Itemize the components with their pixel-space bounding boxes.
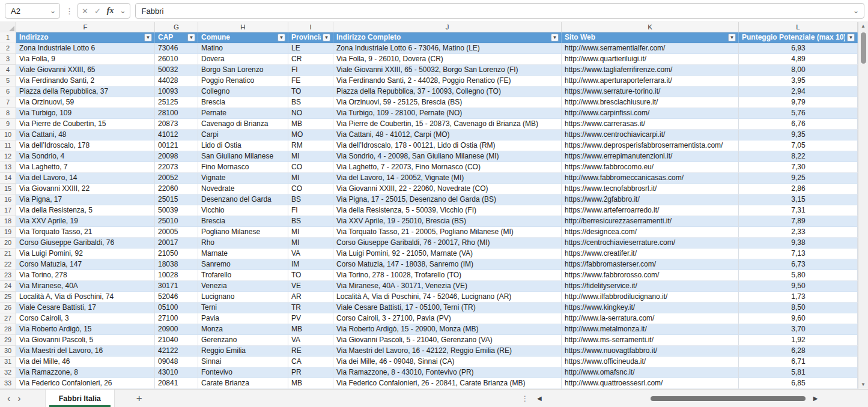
row-number[interactable]: 22 [0, 259, 16, 270]
cell[interactable]: Via Maestri del Lavoro, 16 - 42122, Regg… [333, 346, 562, 357]
cell[interactable]: 6,73 [739, 259, 858, 270]
cell[interactable]: Via Roberto Ardigò, 15 - 20900, Monza (M… [333, 324, 562, 335]
cell[interactable]: Matino [198, 43, 288, 54]
select-all-corner[interactable] [0, 22, 16, 32]
cell[interactable]: Rho [198, 238, 288, 249]
cell[interactable]: 50032 [155, 65, 198, 76]
cell[interactable]: Via Torino, 278 [16, 270, 155, 281]
cell[interactable]: Via dell’Idroscalo, 178 [16, 140, 155, 151]
row-number[interactable]: 17 [0, 205, 16, 216]
cell[interactable]: Via Orzinuovi, 59 - 25125, Brescia (BS) [333, 97, 562, 108]
row-number[interactable]: 30 [0, 346, 16, 357]
cell[interactable]: 50039 [155, 205, 198, 216]
add-sheet-button[interactable]: + [132, 393, 147, 405]
cell[interactable]: Via Pigna, 17 - 25015, Desenzano del Gar… [333, 194, 562, 205]
row-number[interactable]: 8 [0, 108, 16, 119]
cell[interactable]: Monza [198, 324, 288, 335]
vertical-scrollbar-thumb[interactable] [861, 32, 866, 64]
cell[interactable]: 8,50 [739, 303, 858, 313]
cell[interactable]: 3,95 [739, 76, 858, 86]
row-number[interactable]: 2 [0, 43, 16, 54]
cell[interactable]: 9,79 [739, 97, 858, 108]
cell[interactable]: 20098 [155, 151, 198, 162]
cell[interactable]: Via del Lavoro, 14 [16, 173, 155, 184]
row-number[interactable]: 7 [0, 97, 16, 108]
cell[interactable]: Via Cattani, 48 - 41012, Carpi (MO) [333, 130, 562, 140]
header-cell[interactable]: Provincia▼ [288, 32, 333, 43]
row-number[interactable]: 21 [0, 249, 16, 259]
cell[interactable]: 7,13 [739, 249, 858, 259]
cell[interactable]: https://www.arteferroarredo.it/ [562, 205, 739, 216]
row-number[interactable]: 13 [0, 162, 16, 173]
cell[interactable]: Località A, Via di Poschini, 74 - 52046,… [333, 292, 562, 303]
row-number[interactable]: 16 [0, 194, 16, 205]
cell[interactable]: 2,86 [739, 184, 858, 194]
cell[interactable]: https://www.kingkey.it/ [562, 303, 739, 313]
cell[interactable]: 7,05 [739, 140, 858, 151]
cell[interactable]: http://www.aperturaporteferrara.it/ [562, 76, 739, 86]
cell[interactable]: 44028 [155, 76, 198, 86]
cell[interactable]: 5,80 [739, 270, 858, 281]
cell[interactable]: 10028 [155, 270, 198, 281]
cell[interactable]: Via Orzinuovi, 59 [16, 97, 155, 108]
cell[interactable]: 20052 [155, 173, 198, 184]
cell[interactable]: 7,30 [739, 162, 858, 173]
cell[interactable]: 52046 [155, 292, 198, 303]
cell[interactable]: https://www.officineuda.it/ [562, 357, 739, 367]
cell[interactable]: Via XXV Aprile, 19 - 25010, Brescia (BS) [333, 216, 562, 227]
chevron-down-icon[interactable]: ⌄ [120, 8, 126, 14]
cell[interactable]: Fontevivo [198, 367, 288, 378]
cell[interactable]: Corso Matuzia, 147 [16, 259, 155, 270]
cell[interactable]: https://www.fabbrorosso.com/ [562, 270, 739, 281]
filter-dropdown-icon[interactable]: ▼ [728, 34, 736, 41]
row-number[interactable]: 33 [0, 378, 16, 389]
cell[interactable]: https://www.carrerasas.it/ [562, 119, 739, 130]
cell[interactable]: Via Giovanni XXIII, 22 [16, 184, 155, 194]
cell[interactable]: 8,00 [739, 65, 858, 76]
cell[interactable]: FI [288, 205, 333, 216]
horizontal-scrollbar[interactable] [545, 394, 810, 403]
cell[interactable]: BS [288, 216, 333, 227]
cell[interactable]: 20005 [155, 227, 198, 238]
hscroll-right-icon[interactable]: ▶ [810, 395, 822, 402]
cell[interactable]: https://fidelityservice.it/ [562, 281, 739, 292]
cell[interactable]: 9,35 [739, 130, 858, 140]
cell[interactable]: 22060 [155, 184, 198, 194]
cell[interactable]: http://berresicurezzaserramenti.it/ [562, 216, 739, 227]
cell[interactable]: Lido di Ostia [198, 140, 288, 151]
sheet-nav-prev-icon[interactable]: ‹ [0, 394, 17, 403]
sheet-nav-next-icon[interactable]: › [17, 394, 28, 403]
cell[interactable]: 20873 [155, 119, 198, 130]
cell[interactable]: Collegno [198, 86, 288, 97]
cell[interactable]: Lucignano [198, 292, 288, 303]
cell[interactable]: 5,76 [739, 108, 858, 119]
cell[interactable]: 43010 [155, 367, 198, 378]
cell[interactable]: 6,93 [739, 43, 858, 54]
cell[interactable]: BS [288, 194, 333, 205]
filter-dropdown-icon[interactable]: ▼ [144, 34, 152, 41]
cell[interactable]: Carate Brianza [198, 378, 288, 389]
cell[interactable]: Cavenago di Brianza [198, 119, 288, 130]
cell[interactable]: 27100 [155, 313, 198, 324]
enter-icon[interactable]: ✓ [94, 7, 101, 16]
header-cell[interactable]: Comune▼ [198, 32, 288, 43]
cell[interactable]: Piazza della Repubblica, 37 - 10093, Col… [333, 86, 562, 97]
cell[interactable]: AR [288, 292, 333, 303]
cell[interactable]: Via Luigi Pomini, 92 [16, 249, 155, 259]
cell[interactable]: 1,92 [739, 335, 858, 346]
cell[interactable]: Via Miranese, 40A [16, 281, 155, 292]
cell[interactable]: Zona Industriale Lotto 6 - 73046, Matino… [333, 43, 562, 54]
row-number[interactable]: 10 [0, 130, 16, 140]
name-box[interactable]: A2 ⌄ [5, 3, 60, 19]
filter-dropdown-icon[interactable]: ▼ [187, 34, 195, 41]
header-cell[interactable]: Indirizzo Completo▼ [333, 32, 562, 43]
cell[interactable]: http://www.quattroessesrl.com/ [562, 378, 739, 389]
cell[interactable]: Corso Matuzia, 147 - 18038, Sanremo (IM) [333, 259, 562, 270]
cell[interactable]: 7,89 [739, 216, 858, 227]
cell[interactable]: 9,38 [739, 238, 858, 249]
cell[interactable]: Pernate [198, 108, 288, 119]
row-number[interactable]: 23 [0, 270, 16, 281]
cell[interactable]: CO [288, 162, 333, 173]
cell[interactable]: Via Turbigo, 109 [16, 108, 155, 119]
cell[interactable]: Via Sondrio, 4 [16, 151, 155, 162]
